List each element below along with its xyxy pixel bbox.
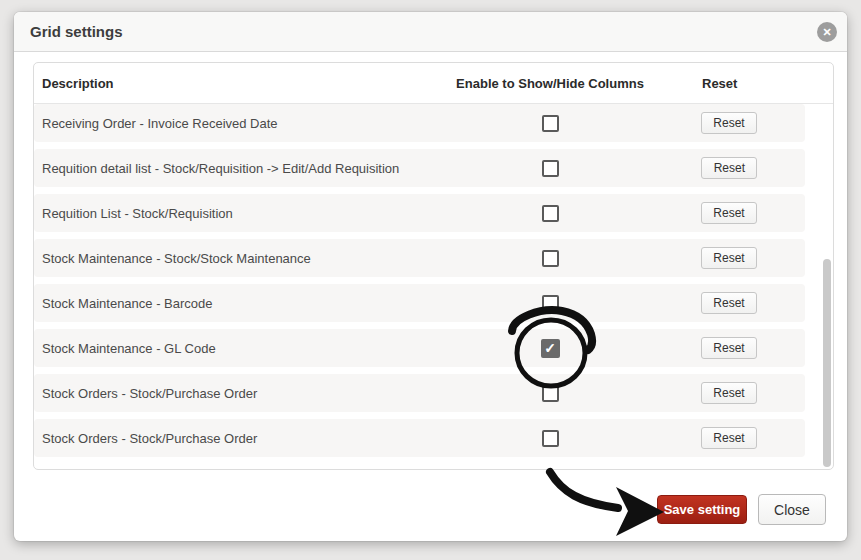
reset-button[interactable]: Reset [701,247,757,269]
row-description: Stock Maintenance - Stock/Stock Maintena… [34,251,399,266]
reset-button[interactable]: Reset [701,382,757,404]
table-row: Requition detail list - Stock/Requisitio… [34,149,805,187]
row-description: Stock Orders - Stock/Purchase Order [34,386,399,401]
table-row: Stock Maintenance - Barcode Reset [34,284,805,322]
show-hide-checkbox[interactable] [542,295,559,312]
table-row: Stock Orders - Stock/Purchase Order Rese… [34,419,805,457]
reset-button[interactable]: Reset [701,337,757,359]
row-description: Stock Maintenance - Barcode [34,296,399,311]
show-hide-checkbox[interactable] [542,205,559,222]
table-row: Stock Maintenance - Stock/Stock Maintena… [34,239,805,277]
column-header-enable: Enable to Show/Hide Columns [399,76,701,91]
grid-settings-table: Description Enable to Show/Hide Columns … [33,62,834,470]
show-hide-checkbox[interactable] [542,160,559,177]
table-row: Receiving Order - Invoice Received Date … [34,104,805,142]
show-hide-checkbox[interactable] [542,430,559,447]
save-setting-button[interactable]: Save setting [657,495,747,524]
close-icon[interactable]: ✕ [817,22,837,42]
dialog-header: Grid settings ✕ [14,12,847,52]
grid-settings-dialog: Grid settings ✕ Description Enable to Sh… [14,12,847,541]
reset-button[interactable]: Reset [701,202,757,224]
show-hide-checkbox[interactable] [542,115,559,132]
column-header-reset: Reset [701,76,805,91]
reset-button[interactable]: Reset [701,427,757,449]
row-description: Stock Maintenance - GL Code [34,341,399,356]
row-description: Requition detail list - Stock/Requisitio… [34,161,399,176]
row-description: Receiving Order - Invoice Received Date [34,116,399,131]
dialog-title: Grid settings [30,12,123,52]
show-hide-checkbox[interactable] [542,385,559,402]
table-row: Requition List - Stock/Requisition Reset [34,194,805,232]
row-description: Stock Orders - Stock/Purchase Order [34,431,399,446]
close-button[interactable]: Close [758,494,826,525]
table-header-row: Description Enable to Show/Hide Columns … [34,63,833,104]
show-hide-checkbox[interactable] [542,250,559,267]
table-row: Stock Maintenance - GL Code Reset [34,329,805,367]
reset-button[interactable]: Reset [701,157,757,179]
show-hide-checkbox-checked[interactable] [541,339,560,358]
table-row: Stock Orders - Stock/Purchase Order Rese… [34,374,805,412]
scrollbar-thumb[interactable] [823,259,831,467]
reset-button[interactable]: Reset [701,292,757,314]
row-description: Requition List - Stock/Requisition [34,206,399,221]
reset-button[interactable]: Reset [701,112,757,134]
column-header-description: Description [34,76,399,91]
